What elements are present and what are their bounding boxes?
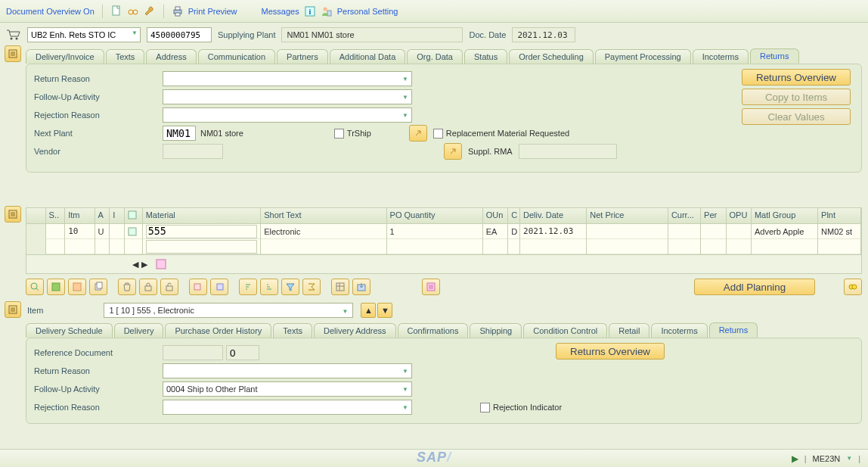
copy-icon[interactable]: [89, 279, 107, 295]
glasses-icon[interactable]: [127, 5, 139, 17]
col-material[interactable]: Material: [143, 208, 262, 223]
header-tab-org-data[interactable]: Org. Data: [407, 49, 463, 64]
item-returns-overview-button[interactable]: Returns Overview: [556, 343, 665, 360]
sum-icon[interactable]: [302, 279, 321, 295]
detail-icon[interactable]: [26, 279, 44, 295]
doc-overview-link[interactable]: Document Overview On: [6, 7, 95, 16]
sort-asc-icon[interactable]: [239, 279, 257, 295]
doc-number-field[interactable]: [147, 27, 212, 42]
lock-icon[interactable]: [139, 279, 157, 295]
header-tab-additional-data[interactable]: Additional Data: [330, 49, 406, 64]
collapse-header-button[interactable]: [5, 45, 21, 62]
info-icon[interactable]: i: [304, 5, 316, 17]
tcode-dropdown-icon[interactable]: ▼: [846, 455, 852, 462]
item-tab-delivery[interactable]: Delivery: [114, 323, 164, 338]
header-tab-status[interactable]: Status: [464, 49, 507, 64]
chevron-down-icon[interactable]: ▼: [132, 30, 138, 36]
item-tab-texts[interactable]: Texts: [273, 323, 312, 338]
paste-item-icon[interactable]: [210, 279, 228, 295]
currency-icon[interactable]: [844, 279, 862, 295]
item-tab-condition-control[interactable]: Condition Control: [523, 323, 607, 338]
row-selector[interactable]: [26, 224, 46, 239]
col-oun[interactable]: OUn: [483, 208, 508, 223]
rejection-combo[interactable]: [163, 107, 412, 123]
print-preview-link[interactable]: Print Preview: [188, 7, 237, 16]
filter-icon[interactable]: [281, 279, 299, 295]
col-i[interactable]: I: [110, 208, 125, 223]
wrench-icon[interactable]: [144, 5, 156, 17]
header-tab-partners[interactable]: Partners: [277, 49, 328, 64]
item-tab-purchase-order-history[interactable]: Purchase Order History: [165, 323, 271, 338]
col-po-quantity[interactable]: PO Quantity: [387, 208, 483, 223]
col-plnt[interactable]: Plnt: [818, 208, 861, 223]
scroll-left-icon[interactable]: ◀: [132, 260, 138, 269]
col-a[interactable]: A: [95, 208, 110, 223]
header-tab-payment-processing[interactable]: Payment Processing: [595, 49, 691, 64]
col-itm[interactable]: Itm: [65, 208, 95, 223]
header-tab-order-scheduling[interactable]: Order Scheduling: [509, 49, 594, 64]
col-short-text[interactable]: Short Text: [261, 208, 386, 223]
export-icon[interactable]: [352, 279, 370, 295]
col-net-price[interactable]: Net Price: [587, 208, 668, 223]
deselect-all-icon[interactable]: [68, 279, 86, 295]
followup-combo[interactable]: [163, 89, 412, 104]
header-tab-communication[interactable]: Communication: [198, 49, 275, 64]
cell[interactable]: [143, 239, 262, 254]
collapse-items-button[interactable]: [5, 206, 21, 223]
messages-link[interactable]: Messages: [262, 7, 299, 16]
default-values-icon[interactable]: [422, 279, 440, 295]
row-selector[interactable]: [26, 239, 46, 254]
item-rejection-combo[interactable]: [163, 400, 412, 415]
replace-checkbox[interactable]: [433, 129, 443, 139]
new-doc-icon[interactable]: [110, 5, 122, 17]
item-selector[interactable]: 1 [ 10 ] 555 , Electronic: [104, 303, 353, 318]
select-all-icon[interactable]: [47, 279, 65, 295]
header-tab-texts[interactable]: Texts: [106, 49, 145, 64]
col-s-[interactable]: S..: [46, 208, 66, 223]
col-per[interactable]: Per: [701, 208, 726, 223]
item-tab-delivery-schedule[interactable]: Delivery Schedule: [26, 323, 113, 338]
table-row[interactable]: [26, 239, 861, 254]
header-tab-address[interactable]: Address: [146, 49, 196, 64]
grid-corner[interactable]: [26, 208, 46, 223]
personal-icon[interactable]: [321, 5, 333, 17]
addl-planning-button[interactable]: Addl Planning: [694, 279, 815, 295]
return-reason-combo[interactable]: [163, 71, 412, 86]
col-matl-group[interactable]: Matl Group: [752, 208, 818, 223]
item-tab-confirmations[interactable]: Confirmations: [398, 323, 469, 338]
table-row[interactable]: 10UElectronic1EAD2021.12.03Adverb AppleN…: [26, 224, 861, 239]
header-tab-incoterms[interactable]: Incoterms: [693, 49, 749, 64]
next-plant-code[interactable]: [163, 126, 196, 141]
expand-replace-button[interactable]: [409, 125, 427, 142]
unlock-icon[interactable]: [160, 279, 178, 295]
item-followup-combo[interactable]: 0004 Ship to Other Plant: [163, 381, 412, 397]
item-tab-delivery-address[interactable]: Delivery Address: [314, 323, 396, 338]
collapse-item-detail-button[interactable]: [5, 301, 21, 318]
item-tab-shipping[interactable]: Shipping: [470, 323, 522, 338]
layout-icon[interactable]: [331, 279, 349, 295]
col-deliv-date[interactable]: Deliv. Date: [520, 208, 587, 223]
col-c[interactable]: C: [508, 208, 520, 223]
rejection-indicator-checkbox[interactable]: [480, 403, 490, 413]
returns-overview-button[interactable]: Returns Overview: [742, 69, 851, 86]
item-tab-retail[interactable]: Retail: [609, 323, 649, 338]
col-icon[interactable]: [125, 208, 143, 223]
col-curr-[interactable]: Curr...: [668, 208, 701, 223]
header-tab-delivery-invoice[interactable]: Delivery/Invoice: [26, 49, 104, 64]
col-opu[interactable]: OPU: [727, 208, 752, 223]
printer-icon[interactable]: [172, 5, 184, 17]
next-item-button[interactable]: ▼: [377, 303, 392, 318]
trship-checkbox[interactable]: [334, 129, 344, 139]
status-play-icon[interactable]: ▶: [792, 453, 798, 464]
copy-item-icon[interactable]: [189, 279, 207, 295]
header-tab-returns[interactable]: Returns: [750, 48, 799, 64]
grid-settings-icon[interactable]: [155, 258, 167, 270]
item-tab-returns[interactable]: Returns: [709, 322, 758, 338]
item-tab-incoterms[interactable]: Incoterms: [651, 323, 707, 338]
cell[interactable]: [143, 224, 262, 239]
delete-icon[interactable]: [118, 279, 136, 295]
personal-setting-link[interactable]: Personal Setting: [337, 7, 398, 16]
expand-rma-button[interactable]: [444, 143, 462, 160]
prev-item-button[interactable]: ▲: [361, 303, 376, 318]
sort-desc-icon[interactable]: [260, 279, 278, 295]
